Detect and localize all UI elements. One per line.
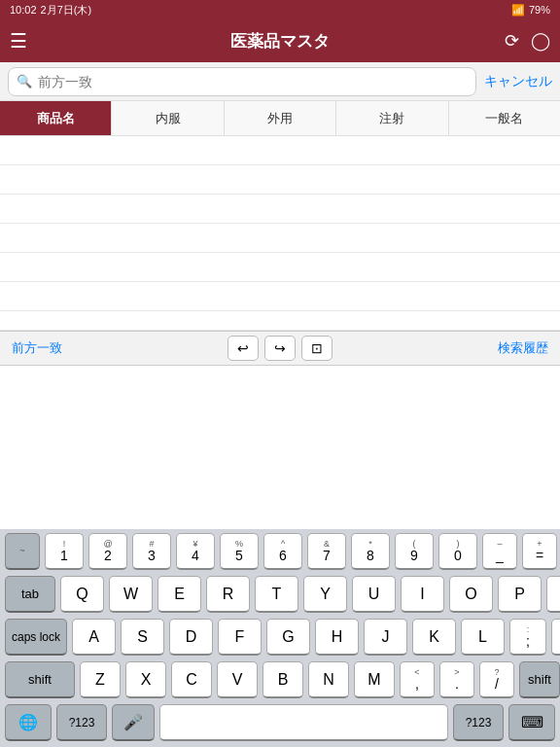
tab-gaiyou[interactable]: 外用 bbox=[225, 101, 336, 135]
key-minus[interactable]: –_ bbox=[482, 533, 517, 570]
key-g[interactable]: G bbox=[266, 619, 310, 656]
key-z[interactable]: Z bbox=[80, 661, 121, 698]
undo-button[interactable]: ↩ bbox=[228, 336, 259, 361]
tab-key[interactable]: tab bbox=[5, 576, 55, 613]
keyboard-toolbar: 前方一致 ↩ ↪ ⊡ 検索履歴 bbox=[0, 331, 560, 366]
key-f[interactable]: F bbox=[218, 619, 262, 656]
key-v[interactable]: V bbox=[217, 661, 258, 698]
table-row bbox=[0, 165, 560, 195]
globe-key[interactable]: 🌐 bbox=[5, 704, 52, 741]
key-0[interactable]: )0 bbox=[438, 533, 477, 570]
key-b[interactable]: B bbox=[262, 661, 303, 698]
tab-naifu[interactable]: 内服 bbox=[112, 101, 224, 135]
key-3[interactable]: #3 bbox=[132, 533, 171, 570]
key-r[interactable]: R bbox=[206, 576, 250, 613]
keyboard-number-row: ~ !1 @2 #3 ¥4 %5 ^6 &7 *8 (9 )0 bbox=[0, 529, 560, 572]
battery-text: 79% bbox=[529, 4, 550, 16]
key-h[interactable]: H bbox=[315, 619, 359, 656]
key-comma[interactable]: <, bbox=[400, 661, 435, 698]
num-switch-key-left[interactable]: ?123 bbox=[56, 704, 107, 741]
content-area bbox=[0, 136, 560, 331]
tab-ippanmei[interactable]: 一般名 bbox=[449, 101, 560, 135]
search-history-label[interactable]: 検索履歴 bbox=[498, 339, 548, 357]
search-bar: 🔍 キャンセル bbox=[0, 62, 560, 101]
tab-chusya[interactable]: 注射 bbox=[336, 101, 448, 135]
key-lbrace[interactable]: { bbox=[546, 576, 560, 613]
zenpo-itchi-label[interactable]: 前方一致 bbox=[12, 339, 62, 357]
key-1[interactable]: !1 bbox=[45, 533, 84, 570]
key-m[interactable]: M bbox=[354, 661, 395, 698]
shift-right-key[interactable]: shift bbox=[519, 661, 560, 698]
key-slash[interactable]: ?/ bbox=[479, 661, 514, 698]
search-icon: 🔍 bbox=[17, 74, 32, 89]
date: 2月7日(木) bbox=[41, 3, 92, 18]
tab-shohinmei[interactable]: 商品名 bbox=[0, 101, 112, 135]
table-row bbox=[0, 136, 560, 165]
mic-key[interactable]: 🎤 bbox=[112, 704, 155, 741]
key-d[interactable]: D bbox=[169, 619, 213, 656]
key-j[interactable]: J bbox=[364, 619, 407, 656]
key-s[interactable]: S bbox=[121, 619, 164, 656]
key-a[interactable]: A bbox=[72, 619, 116, 656]
key-6[interactable]: ^6 bbox=[263, 533, 302, 570]
table-row bbox=[0, 282, 560, 311]
menu-icon[interactable]: ☰ bbox=[10, 29, 27, 53]
key-quote[interactable]: " bbox=[551, 619, 560, 656]
capslock-key[interactable]: caps lock bbox=[5, 619, 67, 656]
key-4[interactable]: ¥4 bbox=[176, 533, 215, 570]
table-row bbox=[0, 224, 560, 253]
key-e[interactable]: E bbox=[158, 576, 201, 613]
key-equals[interactable]: += bbox=[522, 533, 557, 570]
clipboard-button[interactable]: ⊡ bbox=[301, 336, 332, 361]
tab-bar: 商品名 内服 外用 注射 一般名 bbox=[0, 101, 560, 136]
key-period[interactable]: >. bbox=[439, 661, 474, 698]
cancel-button[interactable]: キャンセル bbox=[484, 73, 552, 90]
shift-left-key[interactable]: shift bbox=[5, 661, 75, 698]
table-row bbox=[0, 253, 560, 282]
keyboard-qwerty-row: tab Q W E R T Y U I O P { } | bbox=[0, 572, 560, 615]
table-row bbox=[0, 195, 560, 224]
key-x[interactable]: X bbox=[125, 661, 166, 698]
keyboard-bottom-row: 🌐 ?123 🎤 ?123 ⌨ bbox=[0, 700, 560, 747]
wifi-icon: 📶 bbox=[511, 4, 525, 17]
keyboard-asdf-row: caps lock A S D F G H J K L :; " Search bbox=[0, 615, 560, 658]
key-l[interactable]: L bbox=[461, 619, 505, 656]
key-t[interactable]: T bbox=[255, 576, 298, 613]
redo-button[interactable]: ↪ bbox=[264, 336, 296, 361]
status-bar: 10:02 2月7日(木) 📶 79% bbox=[0, 0, 560, 19]
key-i[interactable]: I bbox=[401, 576, 444, 613]
table-row bbox=[0, 311, 560, 331]
key-7[interactable]: &7 bbox=[307, 533, 346, 570]
search-input-wrapper: 🔍 bbox=[8, 67, 476, 96]
key-u[interactable]: U bbox=[352, 576, 396, 613]
camera-icon[interactable]: ◯ bbox=[531, 30, 550, 52]
search-input[interactable] bbox=[38, 74, 468, 89]
key-5[interactable]: %5 bbox=[220, 533, 259, 570]
title-bar: ☰ 医薬品マスタ ⟳ ◯ bbox=[0, 19, 560, 62]
page-title: 医薬品マスタ bbox=[230, 30, 330, 53]
keyboard: ~ !1 @2 #3 ¥4 %5 ^6 &7 *8 (9 )0 bbox=[0, 529, 560, 747]
num-switch-key-right[interactable]: ?123 bbox=[453, 704, 504, 741]
key-y[interactable]: Y bbox=[303, 576, 347, 613]
key-o[interactable]: O bbox=[449, 576, 493, 613]
key-tilde[interactable]: ~ bbox=[5, 533, 40, 570]
key-w[interactable]: W bbox=[109, 576, 153, 613]
key-2[interactable]: @2 bbox=[88, 533, 127, 570]
key-9[interactable]: (9 bbox=[395, 533, 434, 570]
key-8[interactable]: *8 bbox=[351, 533, 390, 570]
key-c[interactable]: C bbox=[171, 661, 212, 698]
time: 10:02 bbox=[10, 4, 37, 16]
key-k[interactable]: K bbox=[412, 619, 456, 656]
key-n[interactable]: N bbox=[308, 661, 349, 698]
keyboard-hide-key[interactable]: ⌨ bbox=[508, 704, 555, 741]
refresh-icon[interactable]: ⟳ bbox=[505, 30, 519, 52]
key-p[interactable]: P bbox=[498, 576, 542, 613]
keyboard-zxcv-row: shift Z X C V B N M <, >. ?/ shift bbox=[0, 658, 560, 700]
space-key[interactable] bbox=[159, 704, 448, 741]
key-semicolon[interactable]: :; bbox=[509, 619, 546, 656]
key-q[interactable]: Q bbox=[60, 576, 104, 613]
